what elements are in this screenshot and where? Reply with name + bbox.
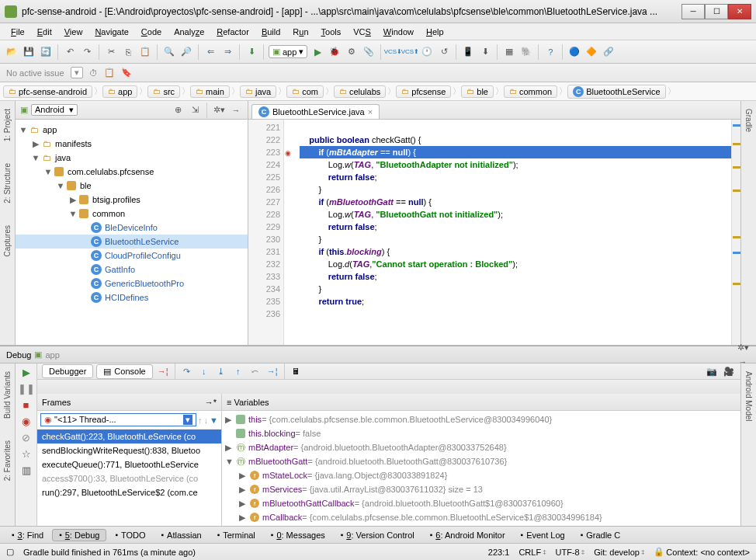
encoding[interactable]: UTF-8‡ xyxy=(556,548,585,557)
frame-row[interactable]: run():297, BluetoothLeService$2 (com.ce xyxy=(37,485,221,499)
new-watch-icon[interactable]: →¦ xyxy=(156,364,170,378)
bottom-tab[interactable]: ▪0: Messages xyxy=(264,529,332,541)
bottom-tab[interactable]: ▪3: Find xyxy=(5,529,50,541)
attach-button[interactable]: 📎 xyxy=(362,45,376,59)
vcs-update-icon[interactable]: VCS⬇ xyxy=(386,45,400,59)
misc2-icon[interactable]: 🔗 xyxy=(602,45,616,59)
redo-icon[interactable]: ↷ xyxy=(80,45,94,59)
menu-run[interactable]: Run xyxy=(286,26,314,38)
bottom-tab[interactable]: ▪TODO xyxy=(108,529,152,541)
var-row[interactable]: ▼ⓜmBluetoothGatt = {android.bluetooth.Bl… xyxy=(222,454,740,468)
menu-analyze[interactable]: Analyze xyxy=(168,26,210,38)
undo-icon[interactable]: ↶ xyxy=(63,45,77,59)
run-to-cursor-icon[interactable]: →¦ xyxy=(265,364,279,378)
menu-edit[interactable]: Edit xyxy=(31,26,58,38)
revert-icon[interactable]: ↺ xyxy=(437,45,451,59)
tab-build-variants[interactable]: Build Variants xyxy=(2,368,12,422)
crumb-pfc-sense-android[interactable]: 🗀pfc-sense-android xyxy=(3,85,92,98)
tab-debugger[interactable]: Debugger xyxy=(42,364,93,378)
tab-project[interactable]: 1: Project xyxy=(2,106,12,144)
toggle-tools-icon[interactable]: ▢ xyxy=(6,547,14,557)
tree-item-ble[interactable]: ▼ble xyxy=(16,179,248,193)
var-row[interactable]: ▶fmBluetoothGattCallback = {android.blue… xyxy=(222,496,740,510)
menu-window[interactable]: Window xyxy=(377,26,420,38)
forward-icon[interactable]: ⇒ xyxy=(220,45,234,59)
tree-item-manifests[interactable]: ▶🗀manifests xyxy=(16,137,248,151)
evaluate-icon[interactable]: 🖩 xyxy=(290,364,303,378)
tree-item-java[interactable]: ▼🗀java xyxy=(16,151,248,165)
settings-icon[interactable]: ✲▾ xyxy=(212,103,226,117)
var-row[interactable]: ▶fmStateLock = {java.lang.Object@8300338… xyxy=(222,468,740,482)
avd-icon[interactable]: 📱 xyxy=(461,45,475,59)
copy-icon[interactable]: ⎘ xyxy=(121,45,135,59)
misc1-icon[interactable]: 🔶 xyxy=(584,45,598,59)
bottom-tab[interactable]: ▪Event Log xyxy=(514,529,572,541)
menu-build[interactable]: Build xyxy=(255,26,286,38)
bottom-tab[interactable]: ▪5: Debug xyxy=(52,529,106,541)
debug-button[interactable]: 🐞 xyxy=(328,45,342,59)
issue-dropdown[interactable]: ▾ xyxy=(71,67,83,78)
step-into-icon[interactable]: ↓ xyxy=(197,364,211,378)
menu-view[interactable]: View xyxy=(58,26,89,38)
sdk-icon[interactable]: ⬇ xyxy=(478,45,492,59)
tree-item-CloudProfileConfigu[interactable]: CCloudProfileConfigu xyxy=(16,249,248,263)
bottom-tab[interactable]: ▪Gradle C xyxy=(574,529,628,541)
tab-favorites[interactable]: 2: Favorites xyxy=(2,437,12,484)
code-area[interactable]: public boolean checkGatt() { if (mBtAdap… xyxy=(284,120,731,345)
restore-button[interactable]: ▥ xyxy=(22,464,31,476)
help-icon[interactable]: ? xyxy=(543,45,557,59)
force-step-into-icon[interactable]: ⤓ xyxy=(214,364,228,378)
variables-list[interactable]: ▶this = {com.celulabs.pfcsense.ble.commo… xyxy=(222,411,740,526)
close-tab-icon[interactable]: × xyxy=(368,107,373,117)
tree-item-GattInfo[interactable]: CGattInfo xyxy=(16,263,248,277)
prev-frame-icon[interactable]: ↑ xyxy=(198,416,203,425)
mute-breakpoints-button[interactable]: ⊘ xyxy=(22,432,30,443)
crumb-common[interactable]: 🗀common xyxy=(504,85,557,98)
tree-item-GenericBluetoothPro[interactable]: CGenericBluetoothPro xyxy=(16,277,248,290)
var-row[interactable]: this.blocking = false xyxy=(222,426,740,440)
profile-button[interactable]: ⚙ xyxy=(345,45,359,59)
bottom-tab[interactable]: ▪6: Android Monitor xyxy=(423,529,512,541)
frame-row[interactable]: access$700():33, BluetoothLeService (co xyxy=(37,471,221,485)
crumb-celulabs[interactable]: 🗀celulabs xyxy=(334,85,386,98)
paste-icon[interactable]: 📋 xyxy=(138,45,152,59)
tab-captures[interactable]: Captures xyxy=(2,222,12,260)
run-config-selector[interactable]: ▣ app ▾ xyxy=(269,45,307,58)
drop-frame-icon[interactable]: ⤺ xyxy=(248,364,262,378)
open-icon[interactable]: 📂 xyxy=(5,45,19,59)
editor-tab-active[interactable]: C BluetoothLeService.java × xyxy=(251,104,380,119)
cut-icon[interactable]: ✂ xyxy=(104,45,118,59)
history-icon[interactable]: 🕐 xyxy=(420,45,434,59)
maximize-button[interactable]: ☐ xyxy=(705,4,728,19)
structure-icon[interactable]: ▦ xyxy=(502,45,516,59)
var-row[interactable]: ▶this = {com.celulabs.pfcsense.ble.commo… xyxy=(222,412,740,426)
tree-item-BleDeviceInfo[interactable]: CBleDeviceInfo xyxy=(16,221,248,235)
vcs-commit-icon[interactable]: VCS⬆ xyxy=(403,45,417,59)
menu-navigate[interactable]: Navigate xyxy=(88,26,134,38)
var-row[interactable]: ▶fmCallback = {com.celulabs.pfcsense.ble… xyxy=(222,510,740,524)
run-button[interactable]: ▶ xyxy=(310,45,324,59)
thread-selector[interactable]: ◉ "<11> Thread-... ▾ xyxy=(40,413,196,426)
locate-icon[interactable]: ⊕ xyxy=(171,103,185,117)
step-out-icon[interactable]: ↑ xyxy=(231,364,245,378)
screenshot-icon[interactable]: 📷 xyxy=(705,364,719,378)
stop-button[interactable]: ■ xyxy=(23,399,29,411)
git-branch[interactable]: Git: develop‡ xyxy=(594,548,644,557)
bookmark-icon[interactable]: 🔖 xyxy=(121,68,132,78)
view-breakpoints-button[interactable]: ◉ xyxy=(22,416,30,427)
frame-row[interactable]: checkGatt():223, BluetoothLeService (co xyxy=(37,430,221,443)
timer-icon[interactable]: ⏱ xyxy=(89,68,98,78)
find-icon[interactable]: 🔍 xyxy=(162,45,176,59)
crumb-app[interactable]: 🗀app xyxy=(102,85,137,98)
crumb-main[interactable]: 🗀main xyxy=(190,85,230,98)
screen-record-icon[interactable]: 🎥 xyxy=(722,364,736,378)
frames-list[interactable]: checkGatt():223, BluetoothLeService (cos… xyxy=(37,430,221,526)
pause-button[interactable]: ❚❚ xyxy=(18,383,35,395)
save-icon[interactable]: 💾 xyxy=(22,45,36,59)
menu-tools[interactable]: Tools xyxy=(315,26,348,38)
close-button[interactable]: ✕ xyxy=(728,4,751,19)
crumb-java[interactable]: 🗀java xyxy=(240,85,276,98)
menu-help[interactable]: Help xyxy=(420,26,450,38)
back-icon[interactable]: ⇐ xyxy=(203,45,217,59)
line-separator[interactable]: CRLF‡ xyxy=(518,548,546,557)
